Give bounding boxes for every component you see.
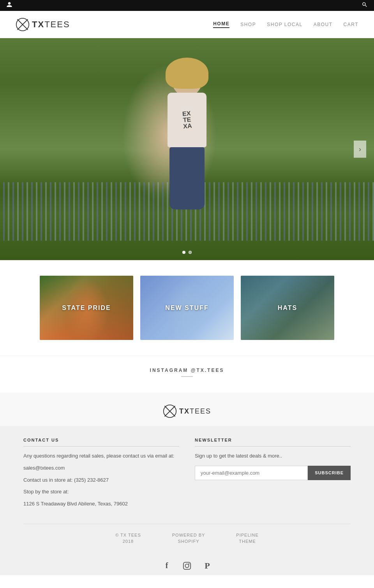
nav-home[interactable]: HOME — [213, 21, 229, 28]
nav-shop[interactable]: SHOP — [240, 22, 256, 27]
footer-logo-icon — [163, 404, 177, 418]
newsletter-description: Sign up to get the latest deals & more.. — [195, 452, 351, 460]
svg-point-7 — [185, 564, 189, 567]
contact-phone: Contact us in store at: (325) 232-8627 — [23, 476, 179, 484]
footer-bottom: © TX TEES 2018 POWERED BY SHOPIFY PIPELI… — [23, 524, 351, 545]
site-footer: CONTACT US Any questions regarding retai… — [0, 426, 374, 553]
category-card-hats[interactable]: HATS — [241, 276, 334, 340]
nav-about[interactable]: ABOUT — [314, 22, 333, 27]
footer-newsletter-col: NEWSLETTER Sign up to get the latest dea… — [195, 438, 351, 512]
newsletter-input[interactable] — [195, 466, 308, 480]
nav-shop-local[interactable]: SHOP LOCAL — [267, 22, 302, 27]
search-icon[interactable] — [362, 2, 368, 9]
category-card-state-pride[interactable]: STATE PRIDE — [40, 276, 133, 340]
footer-copyright: © TX TEES 2018 — [115, 532, 141, 545]
pinterest-icon[interactable]: P — [202, 560, 213, 571]
newsletter-divider — [195, 446, 351, 447]
hero-slider: EXTEXA › — [0, 38, 374, 260]
contact-divider — [23, 446, 179, 447]
logo-icon — [16, 18, 30, 32]
svg-rect-6 — [183, 562, 191, 569]
category-label-new-stuff: NEW STUFF — [165, 305, 208, 312]
instagram-title: INSTAGRAM @TX.TEES — [0, 368, 374, 373]
instagram-icon[interactable] — [182, 560, 192, 571]
logo[interactable]: TXTEES — [16, 18, 70, 32]
footer-theme: PIPELINE THEME — [236, 532, 259, 545]
category-section: STATE PRIDE NEW STUFF HATS — [0, 260, 374, 356]
contact-visit: Stop by the store at: — [23, 488, 179, 496]
subscribe-button[interactable]: SUBSCRIBE — [308, 466, 351, 480]
instagram-divider — [181, 376, 193, 377]
social-icons: f P — [0, 553, 374, 575]
footer-logo-area: TXTEES — [0, 393, 374, 426]
footer-grid: CONTACT US Any questions regarding retai… — [23, 438, 351, 524]
user-icon[interactable] — [6, 2, 12, 9]
contact-email[interactable]: sales@txtees.com — [23, 464, 179, 472]
hero-dot-1[interactable] — [182, 251, 185, 254]
footer-logo[interactable]: TXTEES — [0, 404, 374, 418]
category-label-state-pride: STATE PRIDE — [62, 305, 111, 312]
hero-person: EXTEXA — [144, 62, 230, 248]
site-header: TXTEES HOME SHOP SHOP LOCAL ABOUT CART — [0, 11, 374, 38]
footer-contact-col: CONTACT US Any questions regarding retai… — [23, 438, 179, 512]
hero-next-button[interactable]: › — [354, 141, 366, 158]
contact-address: 1126 S Treadaway Blvd Abilene, Texas, 79… — [23, 500, 179, 508]
category-card-new-stuff[interactable]: NEW STUFF — [140, 276, 234, 340]
footer-logo-text: TXTEES — [179, 407, 211, 415]
top-bar — [0, 0, 374, 11]
footer-powered-by: POWERED BY SHOPIFY — [172, 532, 205, 545]
instagram-section: INSTAGRAM @TX.TEES — [0, 356, 374, 393]
svg-point-8 — [189, 563, 190, 565]
facebook-icon[interactable]: f — [161, 560, 172, 571]
newsletter-form: SUBSCRIBE — [195, 466, 351, 480]
hero-dot-2[interactable] — [189, 251, 192, 254]
category-label-hats: HATS — [278, 305, 297, 312]
nav-cart[interactable]: CART — [344, 22, 358, 27]
newsletter-heading: NEWSLETTER — [195, 438, 351, 442]
contact-heading: CONTACT US — [23, 438, 179, 442]
logo-text: TXTEES — [32, 19, 70, 30]
hero-dots — [182, 251, 192, 254]
contact-intro: Any questions regarding retail sales, pl… — [23, 452, 179, 460]
main-nav: HOME SHOP SHOP LOCAL ABOUT CART — [213, 21, 358, 28]
